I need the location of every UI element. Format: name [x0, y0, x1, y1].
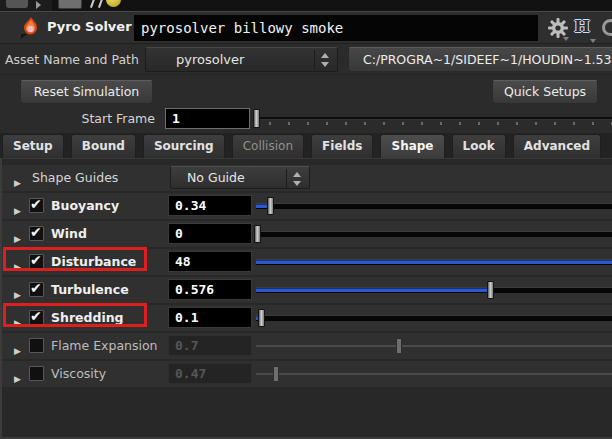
slider-handle[interactable]: [396, 338, 402, 354]
enable-checkbox[interactable]: [29, 366, 44, 381]
quick-setups-button[interactable]: Quick Setups: [492, 80, 598, 104]
slider-handle[interactable]: [273, 366, 279, 382]
tab-look[interactable]: Look: [452, 134, 506, 158]
param-value-field[interactable]: 0.576: [168, 279, 252, 300]
param-row-shredding: Shredding 0.1: [2, 305, 612, 331]
tab-sourcing[interactable]: Sourcing: [143, 134, 225, 158]
param-slider[interactable]: [256, 361, 612, 387]
parameter-tab-bar: Setup Bound Sourcing Collision Fields Sh…: [0, 133, 612, 158]
expand-arrow-icon[interactable]: [14, 283, 26, 297]
param-row-buoyancy: Buoyancy 0.34: [2, 193, 612, 219]
param-label: Wind: [51, 226, 87, 241]
param-value-field[interactable]: 0.1: [168, 307, 252, 328]
enable-checkbox[interactable]: [29, 226, 44, 241]
param-value-field[interactable]: 0.47: [168, 363, 252, 384]
expand-arrow-icon[interactable]: [14, 199, 26, 213]
tab-bound[interactable]: Bound: [71, 134, 136, 158]
asset-path-button[interactable]: C:/PROGRA~1/SIDEEF~1/HOUDIN~1.531/houd: [348, 47, 612, 72]
param-value-field[interactable]: 0: [168, 223, 252, 244]
tab-setup[interactable]: Setup: [2, 134, 64, 158]
param-row-disturbance: Disturbance 48: [2, 249, 612, 275]
updown-spinner-icon[interactable]: [319, 52, 331, 68]
param-label: Turbulence: [51, 282, 129, 297]
param-label: Shape Guides: [32, 170, 118, 185]
start-frame-label: Start Frame: [5, 111, 155, 126]
node-name-input[interactable]: [134, 15, 538, 41]
param-value-field[interactable]: 0.7: [168, 335, 252, 356]
houdini-logo-icon[interactable]: H: [574, 16, 590, 36]
param-row-shape-guides: Shape Guides No Guide: [2, 165, 612, 191]
asset-name-path-row: Asset Name and Path pyrosolver C:/PROGRA…: [0, 44, 612, 75]
asset-name-select[interactable]: pyrosolver: [145, 47, 338, 72]
param-row-turbulence: Turbulence 0.576: [2, 277, 612, 303]
param-label: Buoyancy: [51, 198, 119, 213]
gear-icon[interactable]: [547, 17, 569, 39]
tab-advanced[interactable]: Advanced: [513, 134, 601, 158]
tab-collision[interactable]: Collision: [232, 134, 304, 158]
shape-guides-select[interactable]: No Guide: [170, 166, 310, 189]
enable-checkbox[interactable]: [29, 282, 44, 297]
expand-arrow-icon[interactable]: [14, 227, 26, 241]
slider-handle[interactable]: [254, 225, 261, 243]
slider-handle[interactable]: [258, 309, 265, 327]
clipped-circle-icon: [602, 19, 612, 36]
asset-name-path-label: Asset Name and Path: [5, 52, 139, 67]
node-type-label: Pyro Solver: [47, 19, 132, 34]
enable-checkbox[interactable]: [29, 338, 44, 353]
param-slider[interactable]: [256, 193, 612, 219]
expand-arrow-icon[interactable]: [14, 171, 26, 185]
node-title-bar: Pyro Solver H: [0, 13, 612, 44]
clipped-arrow-icon: [36, 1, 41, 9]
start-frame-value-field[interactable]: 1: [165, 108, 250, 129]
shape-guides-value: No Guide: [187, 170, 245, 185]
enable-checkbox[interactable]: [29, 198, 44, 213]
chevron-down-icon: [563, 37, 569, 41]
clipped-icon: [6, 0, 28, 8]
param-row-flame-expansion: Flame Expansion 0.7: [2, 333, 612, 359]
slider-handle[interactable]: [487, 281, 494, 299]
slider-handle[interactable]: [267, 197, 274, 215]
tab-fields[interactable]: Fields: [311, 134, 373, 158]
shape-tab-panel: Shape Guides No Guide Buoyancy 0.34: [0, 158, 612, 439]
param-row-wind: Wind 0: [2, 221, 612, 247]
clipped-toolbar-strip: [0, 0, 612, 12]
start-frame-slider[interactable]: [255, 108, 612, 129]
pyro-flame-icon[interactable]: [21, 16, 41, 38]
asset-name-value: pyrosolver: [176, 52, 244, 67]
slider-handle[interactable]: [253, 109, 260, 128]
param-label: Flame Expansion: [51, 338, 158, 353]
param-value-field[interactable]: 48: [168, 251, 252, 272]
expand-arrow-icon[interactable]: [14, 339, 26, 353]
param-row-viscosity: Viscosity 0.47: [2, 361, 612, 387]
param-slider[interactable]: [256, 249, 612, 275]
chevron-down-icon: [21, 34, 27, 39]
updown-spinner-icon[interactable]: [291, 171, 303, 187]
expand-arrow-icon[interactable]: [14, 367, 26, 381]
pyro-solver-parameter-pane: Pyro Solver H Asset Name and Path pyroso…: [0, 0, 612, 439]
slider-tick-marks: [269, 122, 612, 125]
param-label: Viscosity: [51, 366, 106, 381]
chevron-down-icon: [590, 39, 596, 43]
highlight-box: [3, 303, 147, 327]
param-slider[interactable]: [256, 305, 612, 331]
param-slider[interactable]: [256, 221, 612, 247]
reset-simulation-button[interactable]: Reset Simulation: [20, 80, 153, 104]
param-slider[interactable]: [256, 333, 612, 359]
tab-shape[interactable]: Shape: [380, 134, 444, 158]
highlight-box: [3, 247, 147, 271]
notepad-icon: [58, 0, 82, 9]
param-slider[interactable]: [256, 277, 612, 303]
param-value-field[interactable]: 0.34: [168, 195, 252, 216]
